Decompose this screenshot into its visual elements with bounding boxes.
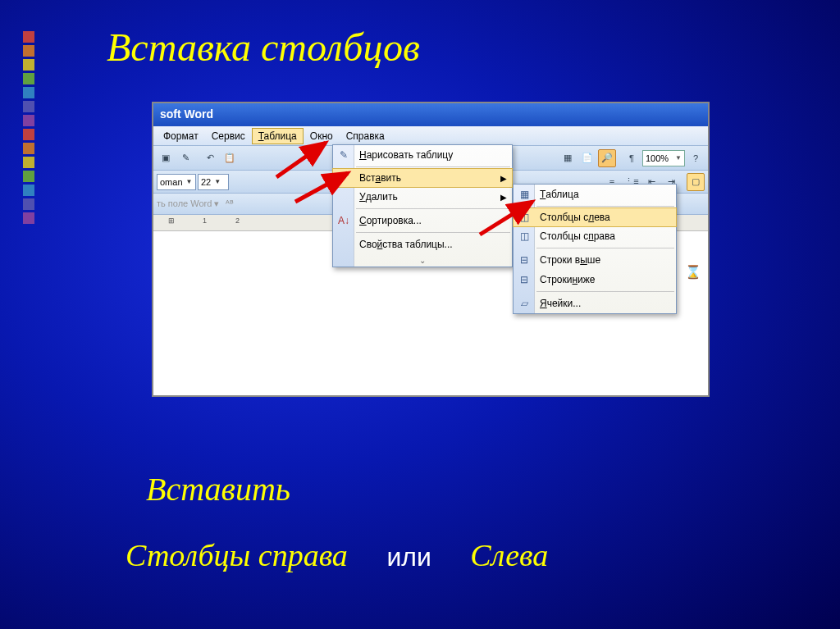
menu-draw-table[interactable]: ✎ Нарисовать таблицу <box>333 145 512 165</box>
pencil-icon: ✎ <box>336 149 351 161</box>
insert-submenu: ▦ Таблица ◫ Столбцы слева ◫ Столбцы спра… <box>513 184 677 314</box>
rows-above-icon: ⊟ <box>517 254 532 266</box>
cols-left-icon: ◫ <box>517 212 532 223</box>
submenu-table[interactable]: ▦ Таблица <box>514 185 676 204</box>
font-combo[interactable]: oman▼ <box>157 174 196 190</box>
btn-3[interactable]: ↶ <box>201 149 219 167</box>
submenu-cols-right[interactable]: ◫ Столбцы справа <box>514 226 676 246</box>
submenu-cols-left[interactable]: ◫ Столбцы слева <box>513 207 677 227</box>
btn-1[interactable]: ▣ <box>157 149 175 167</box>
btn-doc-icon[interactable]: 📄 <box>578 149 596 167</box>
menu-insert[interactable]: Вставить ▶ <box>332 168 513 188</box>
word-screenshot: soft Word Формат Сервис Таблица Окно Спр… <box>152 102 710 397</box>
hourglass-icon: ⌛ <box>685 264 701 280</box>
caption-or: или <box>386 542 431 572</box>
menu-delete[interactable]: Удалить ▶ <box>333 187 512 207</box>
submenu-cells[interactable]: ▱ Ячейки... <box>514 294 676 313</box>
caption-insert: Вставить <box>146 470 290 508</box>
sort-icon: А↓ <box>336 215 351 226</box>
submenu-arrow-icon: ▶ <box>500 174 507 183</box>
rows-below-icon: ⊟ <box>517 274 532 285</box>
btn-4[interactable]: 📋 <box>221 149 239 167</box>
submenu-arrow-icon: ▶ <box>500 193 507 202</box>
caption-columns: Столбцы справа или Слева <box>126 537 548 573</box>
menu-service[interactable]: Сервис <box>205 128 252 144</box>
menu-sort[interactable]: А↓ Сортировка... <box>333 211 512 230</box>
cols-right-icon: ◫ <box>517 230 532 242</box>
btn-2[interactable]: ✎ <box>176 149 194 167</box>
cells-icon: ▱ <box>517 298 532 309</box>
menubar: Формат Сервис Таблица Окно Справка <box>153 126 708 146</box>
size-combo[interactable]: 22▼ <box>198 174 229 190</box>
submenu-rows-below[interactable]: ⊟ Строки ниже <box>514 270 676 289</box>
caption-left: Слева <box>470 538 548 572</box>
menu-table[interactable]: Таблица <box>252 128 304 144</box>
zoom-combo[interactable]: 100%▼ <box>642 150 685 166</box>
menu-table-props[interactable]: Свойства таблицы... <box>333 235 512 254</box>
menu-expand-icon[interactable]: ⌄ <box>333 254 512 267</box>
table-icon: ▦ <box>517 189 532 200</box>
table-menu: ✎ Нарисовать таблицу Вставить ▶ Удалить … <box>332 144 513 267</box>
submenu-rows-above[interactable]: ⊟ Строки выше <box>514 250 676 270</box>
btn-abc-icon[interactable]: ᴬᴮ <box>221 195 239 213</box>
btn-cols-icon[interactable]: ▦ <box>559 149 577 167</box>
btn-help-icon[interactable]: ? <box>687 149 705 167</box>
field-word-label: ть поле Word ▾ <box>157 198 219 209</box>
menu-help[interactable]: Справка <box>340 128 391 144</box>
btn-border-icon[interactable]: ▢ <box>687 173 705 191</box>
btn-lang-icon[interactable]: 🔎 <box>598 149 616 167</box>
menu-window[interactable]: Окно <box>304 128 340 144</box>
caption-right: Столбцы справа <box>126 538 348 572</box>
menu-format[interactable]: Формат <box>157 128 205 144</box>
btn-pilcrow[interactable]: ¶ <box>623 149 641 167</box>
window-titlebar: soft Word <box>153 103 708 126</box>
slide-bullets <box>23 31 34 224</box>
slide-title: Вставка столбцов <box>107 25 420 70</box>
